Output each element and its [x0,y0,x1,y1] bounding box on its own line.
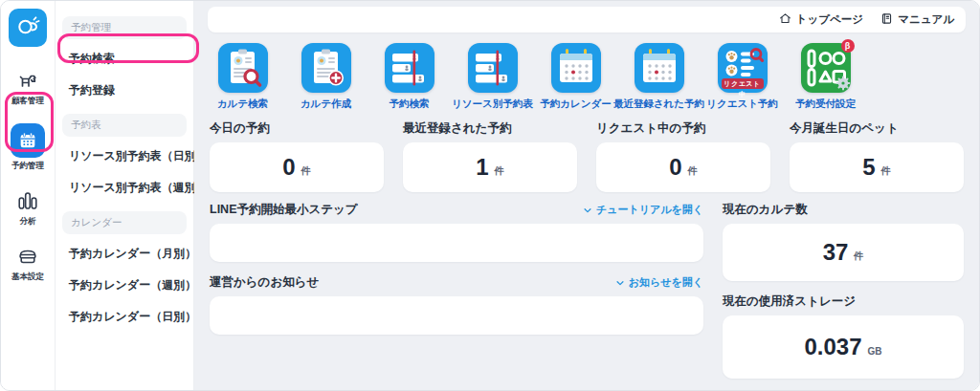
menu-item-reservation-search[interactable]: 予約検索 [56,43,193,75]
shortcut-tiles: カルテ検索 カルテ作成 [208,40,966,111]
tile-label: カルテ作成 [301,98,351,111]
home-icon [779,12,791,27]
tile-label: 予約カレンダー [540,98,611,111]
top-page-link[interactable]: トップページ [779,12,863,27]
stat-label: リクエスト中の予約 [596,120,770,137]
stat-recent-reservations: 最近登録された予約 1 件 [403,120,577,192]
sidebar-item-settings[interactable]: 基本設定 [11,244,44,283]
tile-karte-search[interactable]: カルテ検索 [217,43,268,111]
bottom-area: LINE予約開始最小ステップ チュートリアルを開く 運営からのお知らせ お知らせ… [208,202,966,379]
tile-label: カルテ検索 [217,98,268,111]
tile-label: 最近登録された予約 [613,98,704,111]
sidebar-item-reservations[interactable]: 予約管理 [11,123,45,172]
metric-unit: GB [868,346,882,357]
menu-item-resource-table-daily[interactable]: リソース別予約表（日別） [56,141,193,172]
reservation-menu: 予約管理 予約検索 予約登録 予約表 リソース別予約表（日別） リソース別予約表… [56,1,194,390]
announcements-panel [210,296,703,335]
line-steps-header: LINE予約開始最小ステップ チュートリアルを開く [210,202,703,218]
gantt-table-icon [468,43,518,93]
menu-section-title: 予約管理 [62,16,187,39]
sidebar-item-customers[interactable]: 顧客管理 [11,68,44,107]
stat-today-reservations: 今日の予約 0 件 [210,120,384,192]
stat-unit: 件 [688,164,698,178]
gantt-search-icon [385,43,434,93]
karte-search-icon [218,43,268,93]
open-announcements-link[interactable]: お知らせを開く [615,275,703,290]
metric-value: 0.037 [804,334,861,360]
tile-reservation-calendar[interactable]: 予約カレンダー [550,43,601,111]
metric-unit: 件 [854,250,863,263]
manual-link[interactable]: マニュアル [880,12,954,27]
chevron-down-icon [583,206,592,215]
stat-label: 今月誕生日のペット [790,120,964,137]
icon-rail: 顧客管理 予約管理 [1,1,56,390]
stat-card: 0 件 [210,142,384,192]
metric-label: 現在のカルテ数 [723,202,964,218]
bottom-right-column: 現在のカルテ数 37 件 現在の使用済ストレージ 0.037 GB [723,202,964,379]
section-title: LINE予約開始最小ステップ [210,202,358,218]
menu-item-resource-table-weekly[interactable]: リソース別予約表（週別） [56,172,193,204]
stat-value: 1 [476,154,488,181]
stat-unit: 件 [495,164,504,178]
tile-label: リソース別予約表 [452,98,533,111]
bottom-left-column: LINE予約開始最小ステップ チュートリアルを開く 運営からのお知らせ お知らせ… [210,202,703,379]
line-steps-panel [210,224,703,262]
request-status-badge: リクエスト中 [722,78,764,89]
storage-used-card: 0.037 GB [723,315,964,379]
bar-chart-icon [16,188,39,213]
sidebar-item-label: 基本設定 [11,272,44,283]
stats-row: 今日の予約 0 件 最近登録された予約 1 件 リクエスト中の予約 0 件 [208,120,966,192]
stat-value: 0 [282,154,295,181]
tile-request-reservation[interactable]: リクエスト中 リクエスト予約 [717,43,768,111]
stat-unit: 件 [881,164,891,178]
announcements-header: 運営からのお知らせ お知らせを開く [210,274,703,291]
karte-count-card: 37 件 [723,224,964,281]
top-bar: トップページ マニュアル [208,7,966,33]
stat-value: 0 [669,154,681,181]
metric-label: 現在の使用済ストレージ [723,293,964,310]
sidebar-item-label: 分析 [20,216,36,228]
stat-card: 1 件 [403,142,577,192]
chevron-down-icon [615,278,625,288]
sidebar-item-label: 顧客管理 [11,96,44,107]
stat-requesting-reservations: リクエスト中の予約 0 件 [596,120,770,192]
stat-card: 0 件 [596,142,770,192]
menu-item-calendar-daily[interactable]: 予約カレンダー（日別） [56,301,193,333]
main-content: トップページ マニュアル [194,1,979,390]
calendar-icon [11,123,45,158]
calendar-tile-icon [551,43,601,93]
menu-item-calendar-monthly[interactable]: 予約カレンダー（月別） [56,238,193,270]
tile-reservation-settings[interactable]: β 予約受付設定 [800,43,851,111]
calendar-recent-icon [635,43,684,93]
app-window: 顧客管理 予約管理 [0,0,980,391]
tile-karte-create[interactable]: カルテ作成 [301,43,351,111]
menu-item-reservation-register[interactable]: 予約登録 [56,75,193,106]
stat-value: 5 [862,154,875,181]
reservation-settings-icon: β [801,43,851,93]
open-tutorial-link[interactable]: チュートリアルを開く [583,203,703,217]
sidebar-item-label: 予約管理 [11,161,44,172]
menu-section-title: 予約表 [62,114,187,137]
app-logo[interactable] [9,9,47,47]
tile-label: リクエスト予約 [706,98,778,111]
tile-reservation-search[interactable]: 予約検索 [384,43,434,111]
tile-label: 予約受付設定 [795,98,856,111]
karte-create-icon [301,43,351,93]
menu-item-calendar-weekly[interactable]: 予約カレンダー（週別） [56,270,193,301]
sidebar-item-analytics[interactable]: 分析 [16,188,39,228]
tile-recent-reservations[interactable]: 最近登録された予約 [634,43,684,111]
request-reservation-icon: リクエスト中 [718,43,768,93]
stat-label: 最近登録された予約 [403,120,577,137]
manual-book-icon [880,12,893,27]
dog-logo-icon [15,13,40,42]
dog-icon [16,68,39,93]
stat-card: 5 件 [790,142,964,192]
stat-birthday-pets: 今月誕生日のペット 5 件 [790,120,964,192]
stat-label: 今日の予約 [210,120,384,137]
stat-unit: 件 [301,164,311,178]
section-title: 運営からのお知らせ [210,274,319,291]
tile-resource-table[interactable]: リソース別予約表 [467,43,518,111]
storage-box-icon [16,244,39,269]
beta-badge: β [841,39,855,53]
metric-value: 37 [823,239,849,266]
